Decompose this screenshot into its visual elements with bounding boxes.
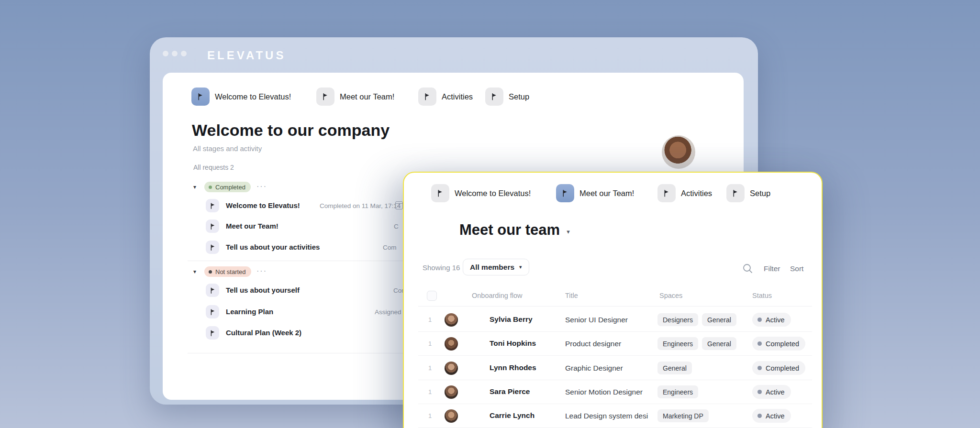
status-badge: Completed xyxy=(752,361,805,375)
flag-icon xyxy=(191,88,210,106)
member-title: Senior UI Designer xyxy=(565,316,653,324)
window-dot-icon[interactable] xyxy=(181,51,187,56)
more-options-icon[interactable]: ··· xyxy=(256,267,267,275)
row-number: 1 xyxy=(428,316,432,323)
flag-icon xyxy=(485,88,503,106)
tab-welcome-to-elevatus[interactable]: Welcome to Elevatus! xyxy=(191,88,291,106)
page-subtitle: All stages and activity xyxy=(193,144,262,153)
member-spaces: Engineers General xyxy=(657,337,736,350)
more-options-icon[interactable]: ··· xyxy=(256,182,267,191)
member-name: Lynn Rhodes xyxy=(490,363,536,372)
window-dot-icon[interactable] xyxy=(163,51,168,56)
status-dot-icon xyxy=(757,341,762,346)
avatar xyxy=(445,409,458,423)
status-badge: Active xyxy=(752,313,791,327)
table-header: Onboarding flow Title Spaces Status xyxy=(418,289,812,307)
member-title: Lead Design system desi xyxy=(565,412,653,420)
status-dot-icon xyxy=(209,270,212,274)
tab-setup[interactable]: Setup xyxy=(726,184,770,202)
space-badge: Engineers xyxy=(657,385,698,398)
flag-icon xyxy=(206,199,219,212)
space-badge: General xyxy=(702,313,736,326)
flag-icon xyxy=(206,241,219,254)
status-badge-not-started[interactable]: Not started xyxy=(204,266,251,277)
member-title: Product designer xyxy=(565,340,653,348)
avatar xyxy=(445,385,458,399)
flag-icon xyxy=(556,184,574,202)
row-number: 1 xyxy=(428,340,432,347)
tab-meet-our-team[interactable]: Meet our Team! xyxy=(556,184,634,202)
table-row[interactable]: 1 Carrie Lynch Lead Design system desi M… xyxy=(418,404,812,428)
status-dot-icon xyxy=(757,390,762,394)
tab-welcome-to-elevatus[interactable]: Welcome to Elevatus! xyxy=(431,184,531,202)
member-title: Graphic Designer xyxy=(565,364,653,373)
space-badge: Designers xyxy=(657,313,698,326)
row-number: 1 xyxy=(428,412,432,419)
column-header[interactable]: Title xyxy=(565,292,578,299)
flag-icon xyxy=(206,219,219,233)
calendar-icon xyxy=(395,201,403,209)
table-row[interactable]: 1 Sara Pierce Senior Motion Designer Eng… xyxy=(418,380,812,404)
status-dot-icon xyxy=(757,318,762,322)
search-icon[interactable] xyxy=(742,263,754,274)
space-badge: General xyxy=(657,362,692,374)
requests-count: All requests 2 xyxy=(193,164,234,171)
chevron-down-icon: ▾ xyxy=(519,264,522,270)
status-badge-completed[interactable]: Completed xyxy=(204,182,251,192)
tab-activities[interactable]: Activities xyxy=(657,184,712,202)
chevron-down-icon[interactable]: ▾ xyxy=(567,225,570,235)
window-dot-icon[interactable] xyxy=(172,51,178,56)
elevatus-logo: ELEVATUS xyxy=(207,49,286,62)
collapse-caret-icon[interactable]: ▾ xyxy=(193,268,196,275)
table-row[interactable]: 1 Lynn Rhodes Graphic Designer General C… xyxy=(418,356,812,380)
select-all-checkbox[interactable] xyxy=(427,291,437,301)
flag-icon xyxy=(206,305,219,318)
flag-icon xyxy=(206,284,219,297)
filter-button[interactable]: Filter xyxy=(764,264,780,273)
tab-meet-our-team[interactable]: Meet our Team! xyxy=(316,88,394,106)
member-spaces: General xyxy=(657,362,692,374)
member-spaces: Marketing DP xyxy=(657,409,709,422)
tab-setup[interactable]: Setup xyxy=(485,88,529,106)
avatar xyxy=(662,135,695,169)
item-meta: C xyxy=(394,223,399,230)
window-controls[interactable] xyxy=(163,51,187,56)
column-header[interactable]: Onboarding flow xyxy=(472,292,523,299)
status-dot-icon xyxy=(757,414,762,418)
sort-button[interactable]: Sort xyxy=(790,264,803,273)
member-title: Senior Motion Designer xyxy=(565,388,653,396)
page-title: Welcome to our company xyxy=(192,121,390,140)
table-row[interactable]: 1 Toni Hopkins Product designer Engineer… xyxy=(418,332,812,356)
status-badge: Active xyxy=(752,385,791,399)
column-header[interactable]: Spaces xyxy=(659,292,682,299)
member-name: Toni Hopkins xyxy=(490,339,536,348)
member-name: Carrie Lynch xyxy=(490,411,535,420)
members-filter-dropdown[interactable]: All members ▾ xyxy=(463,259,529,275)
member-spaces: Engineers xyxy=(657,385,698,398)
flag-icon xyxy=(316,88,334,106)
space-badge: General xyxy=(702,337,736,350)
item-meta: Assigned o xyxy=(375,308,407,316)
table-row[interactable]: 1 Sylvia Berry Senior UI Designer Design… xyxy=(418,308,812,332)
space-badge: Engineers xyxy=(657,337,698,350)
row-number: 1 xyxy=(428,388,432,395)
tab-activities[interactable]: Activities xyxy=(418,88,473,106)
showing-count: Showing 16 xyxy=(423,263,460,272)
member-name: Sara Pierce xyxy=(490,387,530,396)
column-header[interactable]: Status xyxy=(752,292,772,299)
avatar xyxy=(445,362,458,375)
status-dot-icon xyxy=(757,366,762,370)
meet-our-team-window: Welcome to Elevatus! Meet our Team! Acti… xyxy=(403,172,823,428)
flag-icon xyxy=(657,184,676,202)
item-meta: Completed on 11 Mar, 17:14 xyxy=(320,202,401,209)
flag-icon xyxy=(418,88,436,106)
flag-icon xyxy=(726,184,745,202)
flag-icon xyxy=(206,326,219,340)
collapse-caret-icon[interactable]: ▾ xyxy=(193,184,196,190)
avatar xyxy=(445,337,458,351)
status-badge: Active xyxy=(752,409,791,423)
status-badge: Completed xyxy=(752,337,805,351)
section-title: Meet our team ▾ xyxy=(459,221,570,239)
member-spaces: Designers General xyxy=(657,313,736,326)
space-badge: Marketing DP xyxy=(657,409,709,422)
